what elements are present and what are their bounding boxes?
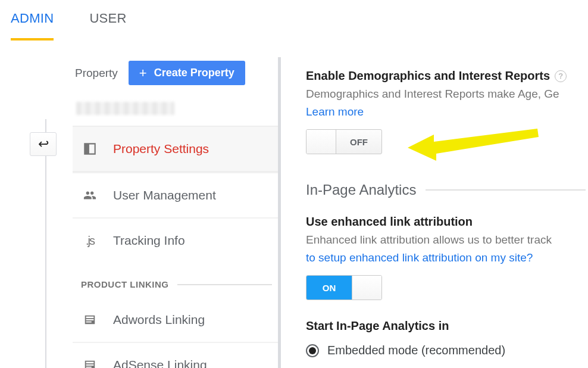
section-divider [177,284,273,285]
help-icon[interactable]: ? [555,70,567,82]
settings-panel-icon [81,141,99,157]
main-layout: Property + Create Property Property Sett… [30,57,588,368]
radio-dot-icon [309,347,316,354]
js-icon: .js [81,233,99,248]
tab-admin[interactable]: ADMIN [11,11,54,40]
inpage-section-title: In-Page Analytics [306,182,586,198]
vertical-divider [45,119,46,368]
settings-content: Enable Demographics and Interest Reports… [306,57,586,368]
top-tabs: ADMIN USER [0,0,588,40]
toggle-on-label: ON [306,276,352,300]
enhanced-link-subtext: Enhanced link attribution allows us to b… [306,233,586,247]
enhanced-link-heading: Use enhanced link attribution [306,215,586,229]
toggle-knob [352,276,381,300]
back-arrow-icon: ↩ [38,136,49,152]
list-icon [81,312,99,328]
sidebar-item-user-management[interactable]: User Management [73,172,278,217]
property-sidebar: Property + Create Property Property Sett… [73,57,281,368]
list-icon [81,357,99,368]
sidebar-item-tracking-info[interactable]: .js Tracking Info [73,217,278,263]
demographics-heading: Enable Demographics and Interest Reports… [306,69,586,83]
section-product-linking: PRODUCT LINKING [73,263,278,298]
users-icon [81,188,99,203]
property-label: Property [75,67,118,80]
learn-more-link[interactable]: Learn more [306,105,364,118]
enhanced-link-toggle[interactable]: ON [306,275,382,300]
demographics-subtext: Demographics and Interest Reports make A… [306,88,586,101]
sidebar-item-label: Tracking Info [113,233,185,248]
radio-label: Embedded mode (recommended) [327,344,505,357]
heading-text: Enable Demographics and Interest Reports [306,69,550,83]
embedded-mode-option[interactable]: Embedded mode (recommended) [306,344,586,357]
sidebar-item-label: Adwords Linking [113,313,205,327]
radio-embedded[interactable] [306,344,319,357]
sidebar-item-label: Property Settings [113,142,209,156]
heading-text: Use enhanced link attribution [306,215,473,229]
heading-text: Start In-Page Analytics in [306,319,449,333]
sidebar-item-property-settings[interactable]: Property Settings [73,126,278,172]
tab-user[interactable]: USER [89,11,126,40]
section-title: PRODUCT LINKING [81,279,169,289]
enhanced-setup-link[interactable]: to setup enhanced link attribution on my… [306,251,533,264]
sidebar-item-label: AdSense Linking [113,358,207,368]
demographics-toggle[interactable]: OFF [306,129,382,154]
create-property-button[interactable]: + Create Property [129,61,245,85]
back-button[interactable]: ↩ [30,132,57,156]
plus-icon: + [139,69,147,77]
property-name-redacted [76,102,174,115]
sidebar-item-adsense-linking[interactable]: AdSense Linking [73,342,278,368]
start-inpage-heading: Start In-Page Analytics in [306,319,586,333]
sidebar-item-adwords-linking[interactable]: Adwords Linking [73,298,278,342]
toggle-off-label: OFF [336,130,381,154]
section-divider [426,189,586,191]
toggle-knob [306,130,336,154]
sidebar-item-label: User Management [113,188,216,202]
property-header-row: Property + Create Property [73,57,278,93]
create-property-label: Create Property [154,67,234,79]
section-title-text: In-Page Analytics [306,182,416,198]
